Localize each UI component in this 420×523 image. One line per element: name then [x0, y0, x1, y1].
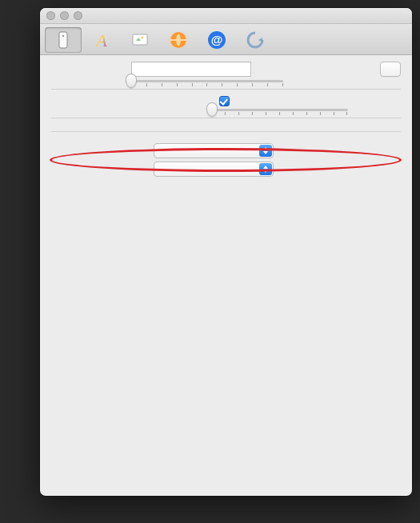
- fonts-icon: A: [90, 29, 114, 51]
- checkbox-icon: [219, 96, 230, 106]
- svg-rect-3: [133, 34, 147, 45]
- initial-folder-input[interactable]: [131, 62, 251, 77]
- at-icon: @: [205, 29, 229, 51]
- tab-update[interactable]: [237, 27, 274, 53]
- content: [40, 55, 412, 190]
- separator: [51, 131, 401, 132]
- tab-general[interactable]: [45, 27, 82, 53]
- thumb-cache-check[interactable]: [51, 96, 401, 106]
- tab-web-account[interactable]: @: [198, 27, 235, 53]
- chevron-updown-icon: [259, 145, 272, 157]
- general-icon: [51, 29, 75, 51]
- window-controls: [40, 11, 82, 20]
- map-icon: [166, 29, 190, 51]
- slideshow-icon: [128, 29, 152, 51]
- animation-combo[interactable]: [154, 162, 274, 177]
- tab-map[interactable]: [160, 27, 197, 53]
- tab-fonts-colors[interactable]: A: [83, 27, 120, 53]
- update-icon: [243, 29, 267, 51]
- separator: [51, 118, 401, 118]
- preferences-window: A @: [40, 8, 412, 496]
- svg-marker-9: [258, 38, 262, 42]
- slider-knob[interactable]: [126, 74, 137, 88]
- display-combo[interactable]: [154, 143, 274, 158]
- separator: [51, 89, 401, 90]
- titlebar: [40, 8, 412, 24]
- zoom-button[interactable]: [74, 11, 82, 20]
- chevron-updown-icon: [259, 163, 272, 175]
- svg-point-1: [62, 35, 64, 37]
- minimize-button[interactable]: [60, 11, 69, 20]
- slider-knob[interactable]: [206, 102, 218, 117]
- svg-rect-0: [59, 32, 67, 48]
- svg-text:A: A: [94, 30, 107, 50]
- choose-button[interactable]: [380, 62, 401, 77]
- svg-text:@: @: [211, 33, 223, 46]
- svg-point-5: [142, 37, 144, 39]
- tab-slideshow[interactable]: [122, 27, 158, 53]
- toolbar: A @: [40, 24, 412, 55]
- quality-slider[interactable]: [212, 109, 353, 111]
- subfolder-slider[interactable]: [131, 80, 288, 82]
- close-button[interactable]: [46, 11, 55, 20]
